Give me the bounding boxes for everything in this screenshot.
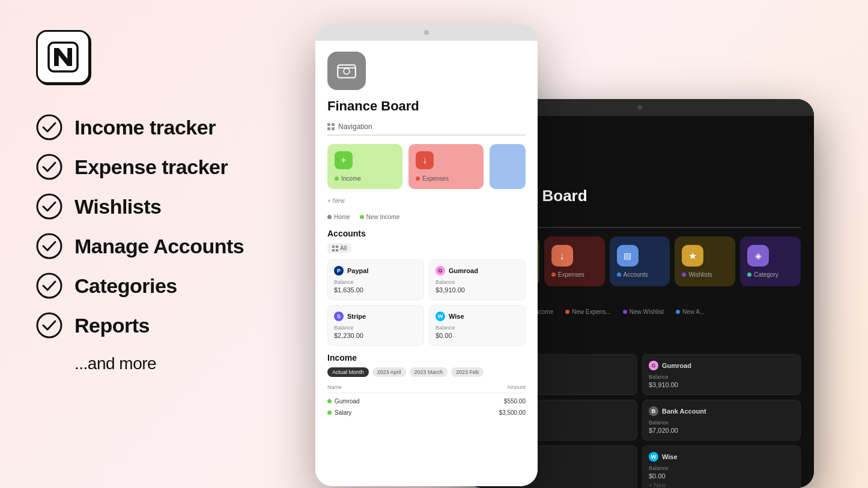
light-tabs-row: Actual Month 2023 April 2023 March 2023 … [327,367,526,377]
dark-wise-bal-label: Balance [649,465,794,471]
feature-expense-tracker: Expense tracker [36,154,246,180]
check-icon-categories [36,273,62,299]
svg-point-2 [37,155,61,179]
light-income-gumroad-amount: $550.00 [504,398,526,405]
feature-and-more: ...and more [36,354,246,373]
light-paypal-header: P Paypal [334,266,417,276]
dark-gumroad-bal-label: Balance [649,374,794,380]
check-icon-expense [36,154,62,180]
reports-label: Reports [74,314,150,337]
light-income-card-label: Income [335,175,395,182]
svg-rect-19 [327,123,330,126]
light-finance-icon [327,52,366,90]
light-tab-feb[interactable]: 2023 Feb [451,367,484,377]
dark-wishlists-icon: ★ [682,245,703,267]
tablets-area: Finance Board Navigation + Income ↓ [279,0,868,488]
light-col-amount: Amount [507,384,526,390]
dark-accounts-icon: ▤ [617,245,639,267]
dark-wise-icon: W [649,452,658,462]
dark-bank-bal-label: Balance [649,420,794,426]
light-wise-bal: $0.00 [436,332,519,339]
light-breadcrumb-row: Home New Income [327,214,526,220]
light-tab-april[interactable]: 2023 April [372,367,406,377]
dot-new-wishlist [623,310,627,314]
feature-reports: Reports [36,312,246,339]
and-more-label: ...and more [74,354,156,373]
light-filter-row: All [327,243,526,253]
light-dot-home [327,215,332,219]
light-wise-header: W Wise [436,312,519,321]
light-stripe-bal: $2,230.00 [334,332,417,339]
light-income-row-gumroad: Gumroad $550.00 [327,396,526,407]
light-tablet-content: Finance Board Navigation + Income [315,41,538,486]
dark-card-accounts: ▤ Accounts [610,236,670,286]
notion-logo [36,30,90,84]
light-grid-icon [327,123,335,130]
light-new-btn[interactable]: + New [327,195,526,206]
light-camera-dot [424,30,429,35]
dot-new-a [676,310,680,314]
light-income-row-salary: Salary $3,500.00 [327,407,526,418]
check-icon-reports [36,312,62,339]
light-tab-march[interactable]: 2023 March [410,367,448,377]
light-paypal-bal: $1,635.00 [334,286,417,294]
svg-rect-23 [332,246,335,248]
dark-category-icon: ◈ [747,245,769,267]
light-nav-label: Navigation [338,122,372,131]
light-income-table: Name Amount Gumroad $550.00 Salary [327,382,526,418]
light-gumroad-bal-label: Balance [436,279,519,285]
light-dot-new-income [360,215,364,219]
light-breadcrumb-new-income: New Income [360,214,400,220]
dark-account-bank: B Bank Account Balance $7,020.00 [642,400,801,441]
svg-rect-24 [336,246,338,248]
dark-account-wise-header: W Wise [649,452,794,462]
light-filter-all[interactable]: All [327,243,351,253]
dot-salary [327,411,332,415]
light-expense-card-icon: ↓ [416,151,434,169]
feature-income-tracker: Income tracker [36,114,246,140]
dot-gumroad [327,399,332,403]
light-expense-card-label: Expenses [416,175,476,182]
dark-gumroad-icon: G [649,361,658,370]
light-stripe-bal-label: Balance [334,325,417,331]
light-income-card: + Income [327,144,402,189]
dark-add-account[interactable]: + New [649,482,794,488]
light-gumroad-icon: G [436,266,445,276]
light-accounts-grid: P Paypal Balance $1,635.00 G Gumroad Bal… [327,259,526,346]
svg-point-1 [37,115,61,139]
dark-bank-icon: B [649,406,658,416]
light-tab-actual[interactable]: Actual Month [327,367,369,377]
dark-bank-name: Bank Account [662,408,706,415]
svg-rect-20 [332,123,335,126]
dot-expenses [551,273,556,277]
svg-rect-26 [336,249,338,252]
svg-rect-21 [327,127,330,130]
light-tablet: Finance Board Navigation + Income [315,24,538,486]
light-paypal-name: Paypal [347,267,368,274]
light-account-paypal: P Paypal Balance $1,635.00 [327,259,424,300]
dark-gumroad-name: Gumroad [662,362,691,369]
feature-wishlists: Wishlists [36,193,246,220]
expense-tracker-label: Expense tracker [74,155,228,179]
light-board-title: Finance Board [327,98,526,114]
light-tablet-top-bar [315,24,538,41]
dark-expenses-label: Expenses [551,271,598,278]
light-cards-row: + Income ↓ Expenses [327,144,526,189]
dot-wishlists [682,273,686,277]
light-breadcrumb-home: Home [327,214,350,220]
dark-nav-new-wishlist: New Wishlist [623,309,664,315]
light-income-table-header: Name Amount [327,382,526,393]
light-income-title: Income [327,353,526,363]
dark-wise-name: Wise [662,453,678,460]
wishlists-label: Wishlists [74,195,161,218]
dark-account-wise: W Wise Balance $0.00 + New [642,445,801,488]
dark-wishlists-label: Wishlists [682,271,728,278]
svg-rect-25 [332,249,335,252]
dark-accounts-card-label: Accounts [617,271,663,278]
light-gumroad-header: G Gumroad [436,266,519,276]
check-icon-income [36,114,62,140]
light-stripe-icon: S [334,312,344,321]
light-stripe-header: S Stripe [334,312,417,321]
categories-label: Categories [74,274,177,298]
light-income-section: Income Actual Month 2023 April 2023 Marc… [327,353,526,418]
